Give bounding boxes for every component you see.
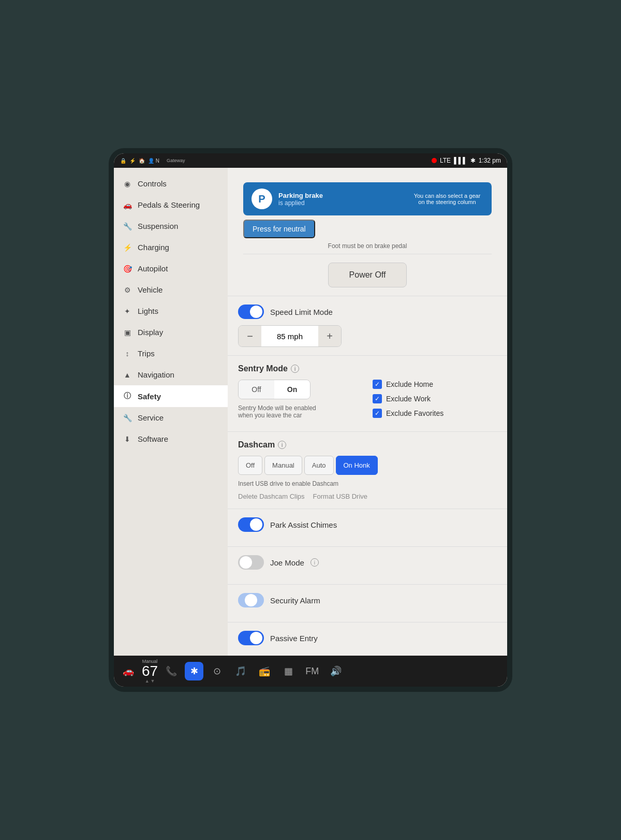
speed-limit-toggle[interactable] <box>238 305 264 319</box>
lights-icon: ✦ <box>122 307 132 315</box>
user-icon: 👤 N <box>148 158 159 164</box>
sidebar-item-lights[interactable]: ✦ Lights <box>114 300 228 322</box>
park-assist-label: Park Assist Chimes <box>270 520 337 529</box>
dashcam-title: Dashcam <box>238 440 275 450</box>
sidebar-item-trips[interactable]: ↕ Trips <box>114 343 228 364</box>
dashcam-onhonk-button[interactable]: On Honk <box>336 456 378 475</box>
exclude-home-checkbox[interactable]: ✓ <box>373 380 382 389</box>
sentry-info-icon[interactable]: i <box>291 365 299 373</box>
speed-limit-row: Speed Limit Mode <box>238 305 497 319</box>
sidebar-item-label: Software <box>138 435 168 443</box>
sidebar-item-display[interactable]: ▣ Display <box>114 322 228 343</box>
sidebar-item-software[interactable]: ⬇ Software <box>114 428 228 450</box>
passive-entry-row: Passive Entry <box>238 631 497 645</box>
parking-subtitle: is applied <box>278 199 323 207</box>
delete-dashcam-button[interactable]: Delete Dashcam Clips <box>238 493 305 500</box>
exclude-favorites-checkbox[interactable]: ✓ <box>373 409 382 418</box>
exclude-work-row[interactable]: ✓ Exclude Work <box>373 394 497 403</box>
display-icon: ▣ <box>122 328 132 337</box>
speed-limit-label: Speed Limit Mode <box>270 308 333 316</box>
bottom-fm-icon[interactable]: FM <box>302 661 322 682</box>
security-alarm-section: Security Alarm <box>228 585 507 622</box>
controls-icon: ◉ <box>122 180 132 188</box>
speed-control: − 85 mph + <box>238 325 342 347</box>
bottom-bluetooth-icon[interactable]: ✱ <box>185 662 203 680</box>
sidebar-item-label: Lights <box>138 307 158 315</box>
sidebar-item-label: Pedals & Steering <box>138 200 200 209</box>
joe-mode-info-icon[interactable]: i <box>310 558 319 567</box>
bottom-car-icon[interactable]: 🚗 <box>118 661 139 682</box>
sidebar-item-label: Display <box>138 328 163 337</box>
toggle-knob <box>250 632 262 644</box>
toggle-knob <box>250 518 262 531</box>
sidebar-item-charging[interactable]: ⚡ Charging <box>114 237 228 258</box>
sentry-off-button[interactable]: Off <box>239 380 274 399</box>
exclude-favorites-label: Exclude Favorites <box>386 409 443 417</box>
sentry-seg-control: Off On <box>238 380 310 399</box>
charging-icon: ⚡ <box>122 243 132 252</box>
exclude-favorites-row[interactable]: ✓ Exclude Favorites <box>373 409 497 418</box>
service-icon: 🔧 <box>122 414 132 422</box>
joe-mode-label: Joe Mode <box>270 558 304 567</box>
park-assist-toggle[interactable] <box>238 517 264 532</box>
software-icon: ⬇ <box>122 435 132 443</box>
sentry-row: Off On Sentry Mode will be enabled when … <box>238 380 497 423</box>
speed-number: 67 <box>142 664 158 678</box>
parking-p-icon: P <box>252 189 272 209</box>
speed-value: 85 mph <box>261 326 318 346</box>
exclude-work-label: Exclude Work <box>386 395 431 403</box>
passive-entry-toggle[interactable] <box>238 631 264 645</box>
speed-decrease-button[interactable]: − <box>239 326 261 346</box>
passive-entry-label: Passive Entry <box>270 634 318 643</box>
security-alarm-toggle[interactable] <box>238 593 264 607</box>
dashcam-auto-button[interactable]: Auto <box>304 456 334 475</box>
toggle-knob <box>250 306 262 318</box>
bottom-volume-icon[interactable]: 🔊 <box>326 661 346 682</box>
bottom-apps-icon[interactable]: 📻 <box>254 661 275 682</box>
sentry-on-button[interactable]: On <box>274 380 310 399</box>
exclude-home-row[interactable]: ✓ Exclude Home <box>373 380 497 389</box>
power-off-section: Power Off <box>228 254 507 296</box>
power-off-button[interactable]: Power Off <box>328 263 407 287</box>
exclude-work-checkbox[interactable]: ✓ <box>373 394 382 403</box>
sidebar-item-navigation[interactable]: ▲ Navigation <box>114 364 228 385</box>
home-icon: 🏠 <box>139 158 145 164</box>
bottom-grid-icon[interactable]: ▦ <box>278 661 299 682</box>
charge-icon: ⚡ <box>129 158 136 164</box>
dashcam-info-icon[interactable]: i <box>278 441 286 449</box>
content-area: P Parking brake is applied You can also … <box>228 168 507 656</box>
format-usb-button[interactable]: Format USB Drive <box>313 493 367 500</box>
park-assist-section: Park Assist Chimes <box>228 509 507 547</box>
status-left: 🔒 ⚡ 🏠 👤 N Gateway <box>120 158 185 164</box>
press-neutral-button[interactable]: Press for neutral <box>243 220 315 238</box>
bottom-nav-icon[interactable]: 🎵 <box>230 661 251 682</box>
sidebar-item-safety[interactable]: ⓘ Safety <box>114 385 228 407</box>
speed-increase-button[interactable]: + <box>318 326 341 346</box>
sentry-mode-section: Sentry Mode i Off On Sentry Mode will be… <box>228 356 507 432</box>
bottom-speed: Manual 67 ▲ ▼ <box>142 659 158 684</box>
joe-mode-section: Joe Mode i <box>228 547 507 585</box>
sidebar-item-suspension[interactable]: 🔧 Suspension <box>114 215 228 237</box>
sidebar-item-service[interactable]: 🔧 Service <box>114 407 228 428</box>
sidebar-item-vehicle[interactable]: ⚙ Vehicle <box>114 279 228 300</box>
dashcam-manual-button[interactable]: Manual <box>264 456 302 475</box>
sidebar-item-controls[interactable]: ◉ Controls <box>114 173 228 194</box>
bottom-bar: 🚗 Manual 67 ▲ ▼ 📞 ✱ ⊙ 🎵 📻 ▦ FM 🔊 <box>114 656 507 687</box>
parking-brake-banner: P Parking brake is applied You can also … <box>243 182 492 215</box>
sidebar-item-autopilot[interactable]: 🎯 Autopilot <box>114 258 228 279</box>
dashcam-section: Dashcam i Off Manual Auto On Honk Insert… <box>228 432 507 509</box>
speed-limit-section: Speed Limit Mode − 85 mph + <box>228 296 507 356</box>
signal-bars: ▌▌▌ <box>454 157 467 164</box>
bottom-phone-icon[interactable]: 📞 <box>161 661 182 682</box>
dashcam-off-button[interactable]: Off <box>238 456 262 475</box>
suspension-icon: 🔧 <box>122 222 132 230</box>
sidebar-item-pedals[interactable]: 🚗 Pedals & Steering <box>114 194 228 215</box>
navigation-icon: ▲ <box>122 371 132 379</box>
exclude-home-label: Exclude Home <box>386 380 433 388</box>
joe-mode-toggle[interactable] <box>238 555 264 570</box>
safety-icon: ⓘ <box>122 392 132 401</box>
time-label: 1:32 pm <box>479 157 501 164</box>
bluetooth-status-icon: ✱ <box>470 157 476 164</box>
bottom-media-icon[interactable]: ⊙ <box>206 661 227 682</box>
toggle-knob <box>240 556 252 569</box>
